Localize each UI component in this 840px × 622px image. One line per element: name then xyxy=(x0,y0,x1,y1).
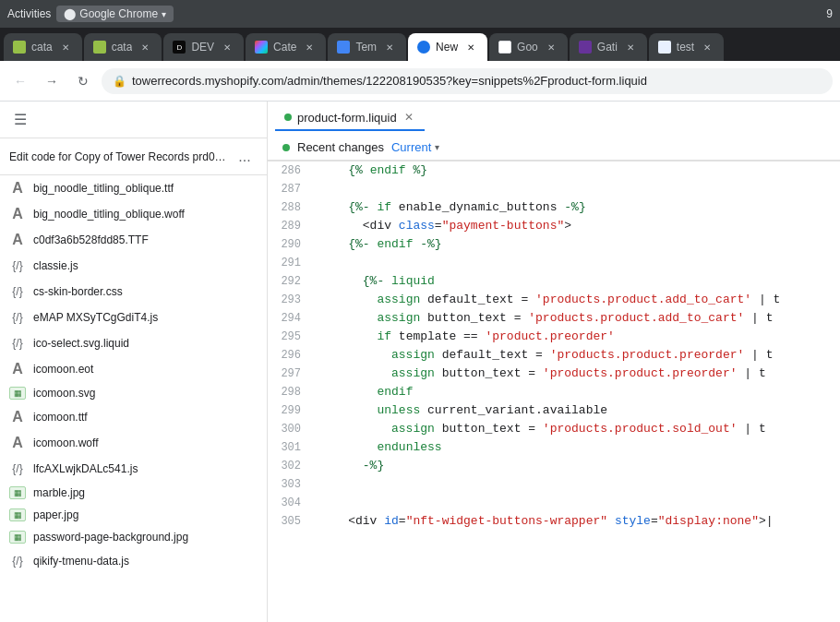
tab-new[interactable]: New ✕ xyxy=(408,33,487,61)
line-number: 300 xyxy=(268,420,312,438)
line-number: 294 xyxy=(268,309,312,328)
tab-label: cata xyxy=(31,41,53,54)
file-name: lfcAXLwjkDALc541.js xyxy=(33,462,138,475)
file-item-icomoon-ttf[interactable]: A icomoon.ttf xyxy=(0,404,267,430)
editor-tab-close-button[interactable]: ✕ xyxy=(402,109,415,126)
tab-close-btn[interactable]: ✕ xyxy=(382,40,397,54)
file-item-paper[interactable]: ▦ paper.jpg xyxy=(0,504,267,526)
activities-button[interactable]: Activities xyxy=(7,7,51,20)
tab-dev[interactable]: D DEV ✕ xyxy=(163,33,244,61)
chrome-dropdown-icon[interactable]: ▾ xyxy=(162,9,166,19)
tab-cate[interactable]: Cate ✕ xyxy=(246,33,326,61)
tab-goo[interactable]: Goo ✕ xyxy=(489,33,568,61)
code-line-305: 305 <div id="nft-widget-buttons-wrapper"… xyxy=(268,512,840,531)
code-file-icon: {/} xyxy=(9,257,26,274)
image-file-icon: ▦ xyxy=(9,531,26,544)
file-name: classie.js xyxy=(33,259,78,272)
recent-changes-indicator xyxy=(282,144,290,151)
tab-tem[interactable]: Tem ✕ xyxy=(328,33,406,61)
line-number: 297 xyxy=(268,365,312,383)
file-name: icomoon.ttf xyxy=(33,411,88,424)
file-item-icomoon-eot[interactable]: A icomoon.eot xyxy=(0,356,267,382)
tab-close-btn[interactable]: ✕ xyxy=(700,40,714,54)
file-item-woff1[interactable]: A big_noodle_titling_oblique.woff xyxy=(0,201,267,227)
code-file-icon: {/} xyxy=(9,335,26,352)
code-file-icon: {/} xyxy=(9,309,26,326)
sidebar: ☰ Edit code for Copy of Tower Records pr… xyxy=(0,102,268,622)
line-content: assign button_text = 'products.product.s… xyxy=(312,420,840,438)
code-line-302: 302 -%} xyxy=(268,457,840,475)
tab-close-btn[interactable]: ✕ xyxy=(623,40,638,54)
file-item-icomoon-svg[interactable]: ▦ icomoon.svg xyxy=(0,382,267,404)
font-file-icon: A xyxy=(9,435,26,451)
line-number: 298 xyxy=(268,383,312,401)
file-item-classie[interactable]: {/} classie.js xyxy=(0,253,267,279)
tab-close-btn[interactable]: ✕ xyxy=(58,40,73,54)
file-item-marble[interactable]: ▦ marble.jpg xyxy=(0,482,267,504)
reload-button[interactable]: ↻ xyxy=(70,68,96,94)
chrome-indicator: ⬤ Google Chrome ▾ xyxy=(56,6,174,22)
tab-favicon-dev: D xyxy=(173,41,186,54)
back-button[interactable]: ← xyxy=(7,68,33,94)
top-bar-left: Activities ⬤ Google Chrome ▾ xyxy=(7,6,174,22)
line-content: if template == 'product.preorder' xyxy=(312,328,840,346)
code-line-298: 298 endif xyxy=(268,383,840,401)
tab-label: Tem xyxy=(355,41,377,54)
tab-label: Goo xyxy=(517,41,538,54)
file-item-lfc[interactable]: {/} lfcAXLwjkDALc541.js xyxy=(0,456,267,482)
address-bar[interactable]: 🔒 towerrecords.myshopify.com/admin/theme… xyxy=(102,68,833,94)
editor-tab-strip: product-form.liquid ✕ xyxy=(268,102,840,135)
code-area[interactable]: 286 {% endif %} 287 288 {%- if enable_dy… xyxy=(268,161,840,622)
file-name: eMAP MXSyTCgGdiT4.js xyxy=(33,311,158,324)
tab-label: Cate xyxy=(273,41,296,54)
file-item-ico-select[interactable]: {/} ico-select.svg.liquid xyxy=(0,330,267,356)
tab-gatsby[interactable]: Gati ✕ xyxy=(570,33,647,61)
tab-close-btn[interactable]: ✕ xyxy=(302,40,317,54)
current-dropdown[interactable]: Current ▾ xyxy=(391,140,439,154)
tab-favicon-test xyxy=(658,41,671,54)
tab-label: Gati xyxy=(597,41,618,54)
line-number: 303 xyxy=(268,475,312,494)
image-file-icon: ▦ xyxy=(9,387,26,400)
more-options-button[interactable]: ... xyxy=(232,144,258,170)
line-number: 296 xyxy=(268,346,312,365)
line-number: 286 xyxy=(268,161,312,180)
chrome-label: Google Chrome xyxy=(79,7,158,20)
lock-icon: 🔒 xyxy=(113,75,126,88)
line-number: 290 xyxy=(268,235,312,254)
sidebar-toolbar: ☰ xyxy=(0,102,267,138)
line-number: 293 xyxy=(268,291,312,309)
recent-changes-label: Recent changes xyxy=(297,140,384,154)
tab-favicon-template xyxy=(337,41,350,54)
file-name: cs-skin-border.css xyxy=(33,285,123,298)
line-content: assign default_text = 'products.product.… xyxy=(312,291,840,309)
tab-close-btn[interactable]: ✕ xyxy=(138,40,152,54)
editor-active-tab[interactable]: product-form.liquid ✕ xyxy=(275,105,425,131)
code-line-293: 293 assign default_text = 'products.prod… xyxy=(268,291,840,309)
file-item-qikify[interactable]: {/} qikify-tmenu-data.js xyxy=(0,548,267,574)
file-item-password-bg[interactable]: ▦ password-page-background.jpg xyxy=(0,526,267,548)
chrome-favicon: ⬤ xyxy=(64,7,76,20)
tab-test[interactable]: test ✕ xyxy=(649,33,724,61)
tab-close-btn[interactable]: ✕ xyxy=(220,40,234,54)
tab-label: DEV xyxy=(191,41,214,54)
collapse-sidebar-button[interactable]: ☰ xyxy=(7,107,33,133)
file-item-css[interactable]: {/} cs-skin-border.css xyxy=(0,279,267,305)
file-item-ttf2[interactable]: A c0df3a6b528fdd85.TTF xyxy=(0,227,267,253)
line-content: assign button_text = 'products.product.a… xyxy=(312,309,840,328)
line-number: 289 xyxy=(268,217,312,235)
tab-close-btn[interactable]: ✕ xyxy=(544,40,558,54)
forward-button[interactable]: → xyxy=(39,68,65,94)
line-number: 292 xyxy=(268,272,312,291)
tab-cata1[interactable]: cata ✕ xyxy=(4,33,82,61)
tab-cata2[interactable]: cata ✕ xyxy=(84,33,162,61)
file-name: icomoon.svg xyxy=(33,387,95,400)
tab-close-btn[interactable]: ✕ xyxy=(463,40,478,54)
file-name: icomoon.woff xyxy=(33,437,98,449)
file-item-icomoon-woff[interactable]: A icomoon.woff xyxy=(0,430,267,456)
tab-label: cata xyxy=(112,41,133,54)
file-item-emap[interactable]: {/} eMAP MXSyTCgGdiT4.js xyxy=(0,305,267,330)
dropdown-arrow-icon: ▾ xyxy=(435,142,439,152)
file-item-ttf1[interactable]: A big_noodle_titling_oblique.ttf xyxy=(0,175,267,201)
code-line-299: 299 unless current_variant.available xyxy=(268,401,840,420)
